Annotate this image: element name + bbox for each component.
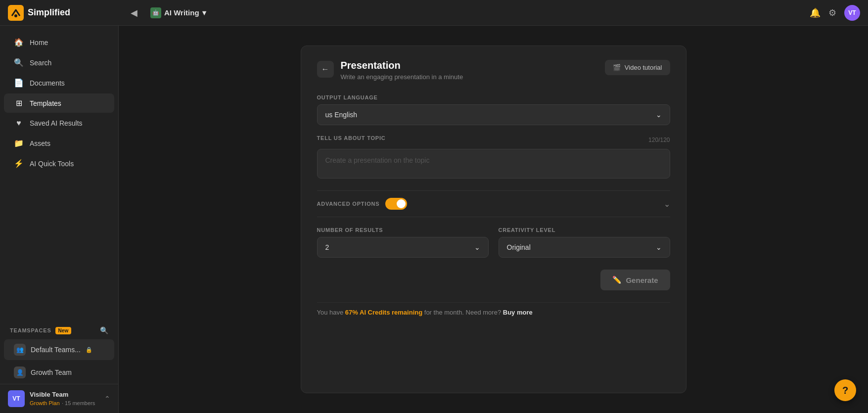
- output-language-label: OUTPUT LANGUAGE: [317, 94, 670, 100]
- help-button[interactable]: ?: [834, 379, 856, 401]
- advanced-options-fields: Number of Results 2 ⌄ Creativity Level O…: [317, 227, 670, 258]
- generate-button[interactable]: ✏️ Generate: [600, 270, 670, 290]
- card-title: Presentation: [341, 60, 605, 71]
- collapse-sidebar-button[interactable]: ◀: [127, 5, 141, 20]
- sidebar-item-assets[interactable]: 📁 Assets: [4, 134, 114, 153]
- number-of-results-value: 2: [325, 243, 329, 251]
- creativity-level-label: Creativity Level: [499, 227, 670, 233]
- back-button[interactable]: ←: [317, 61, 334, 78]
- sidebar-item-saved[interactable]: ♥ Saved AI Results: [4, 114, 114, 133]
- advanced-options-toggle[interactable]: [385, 198, 407, 210]
- sidebar-item-search[interactable]: 🔍 Search: [4, 53, 114, 72]
- topic-label: TELL US ABOUT TOPIC: [317, 135, 386, 141]
- advanced-options-chevron-icon[interactable]: ⌄: [664, 199, 670, 209]
- number-of-results-select[interactable]: 2 ⌄: [317, 237, 489, 258]
- sidebar-nav: 🏠 Home 🔍 Search 📄 Documents ⊞ Templates …: [0, 26, 118, 321]
- sidebar: 🏠 Home 🔍 Search 📄 Documents ⊞ Templates …: [0, 26, 119, 413]
- sidebar-item-home[interactable]: 🏠 Home: [4, 33, 114, 52]
- card-title-group: Presentation Write an engaging presentat…: [341, 60, 605, 81]
- number-of-results-chevron-icon: ⌄: [474, 243, 480, 251]
- team-chevron-up-icon[interactable]: ⌃: [104, 395, 110, 403]
- number-of-results-label: Number of Results: [317, 227, 489, 233]
- sidebar-item-templates-label: Templates: [30, 99, 61, 107]
- credits-before: You have: [317, 309, 345, 316]
- assets-icon: 📁: [14, 138, 24, 148]
- sidebar-bottom-team[interactable]: VT Visible Team Growth Plan · 15 members…: [0, 384, 118, 413]
- notification-icon[interactable]: 🔔: [810, 7, 821, 18]
- sidebar-item-templates[interactable]: ⊞ Templates: [4, 93, 114, 113]
- logo-text: Simplified: [28, 7, 70, 18]
- team-info: Visible Team Growth Plan · 15 members: [30, 391, 99, 407]
- topic-textarea[interactable]: [317, 149, 670, 179]
- teamspaces-header: TEAMSPACES New 🔍: [0, 321, 118, 338]
- sidebar-item-ai-quick-tools[interactable]: ⚡ AI Quick Tools: [4, 154, 114, 173]
- search-icon: 🔍: [14, 58, 24, 67]
- creativity-level-field: Creativity Level Original ⌄: [499, 227, 670, 258]
- output-language-select[interactable]: us English ⌄: [317, 104, 670, 125]
- home-icon: 🏠: [14, 38, 24, 47]
- advanced-options-row: ADVANCED OPTIONS ⌄: [317, 190, 670, 217]
- growth-team-label: Growth Team: [31, 368, 72, 376]
- ai-writing-label: AI Writing: [164, 8, 199, 17]
- creativity-level-select[interactable]: Original ⌄: [499, 237, 670, 258]
- user-avatar[interactable]: VT: [844, 5, 860, 21]
- team-members-count: 15 members: [65, 400, 95, 406]
- team-name: Visible Team: [30, 391, 99, 398]
- advanced-options-label: ADVANCED OPTIONS: [317, 201, 380, 207]
- sidebar-team-growth[interactable]: 👤 Growth Team: [4, 362, 114, 383]
- char-count: 120/120: [648, 137, 670, 143]
- svg-rect-0: [8, 5, 24, 21]
- topic-field-header: TELL US ABOUT TOPIC 120/120: [317, 135, 670, 145]
- main-content: ← Presentation Write an engaging present…: [119, 26, 868, 413]
- ai-writing-chevron-icon: ▾: [202, 8, 206, 17]
- sidebar-item-ai-quick-tools-label: AI Quick Tools: [30, 160, 74, 168]
- default-team-label: Default Teams...: [31, 346, 81, 354]
- settings-icon[interactable]: ⚙: [828, 7, 836, 18]
- card-subtitle: Write an engaging presentation in a minu…: [341, 73, 605, 81]
- sidebar-item-search-label: Search: [30, 59, 51, 67]
- output-language-chevron-icon: ⌄: [656, 111, 662, 119]
- advanced-options-left: ADVANCED OPTIONS: [317, 198, 408, 210]
- video-tutorial-button[interactable]: 🎬 Video tutorial: [605, 60, 670, 75]
- growth-team-icon: 👤: [14, 367, 26, 378]
- presentation-card: ← Presentation Write an engaging present…: [301, 46, 686, 393]
- credits-text: You have 67% AI Credits remaining for th…: [317, 302, 670, 316]
- ai-quick-tools-icon: ⚡: [14, 159, 24, 168]
- teamspaces-label: TEAMSPACES: [10, 327, 51, 333]
- video-icon: 🎬: [613, 64, 621, 71]
- topbar-center: 🤖 AI Writing ▾: [141, 4, 810, 21]
- card-header: ← Presentation Write an engaging present…: [317, 60, 670, 81]
- saved-icon: ♥: [14, 119, 24, 128]
- sidebar-item-saved-label: Saved AI Results: [30, 119, 83, 127]
- topbar-right: 🔔 ⚙ VT: [810, 5, 860, 21]
- topbar: Simplified ◀ 🤖 AI Writing ▾ 🔔 ⚙ VT: [0, 0, 868, 26]
- ai-writing-button[interactable]: 🤖 AI Writing ▾: [145, 4, 211, 21]
- sidebar-item-documents-label: Documents: [30, 79, 65, 87]
- credits-highlight: 67% AI Credits remaining: [345, 309, 422, 316]
- toggle-knob: [397, 199, 406, 208]
- team-plan-label: Growth Plan: [30, 400, 60, 406]
- teamspaces-search-icon[interactable]: 🔍: [100, 326, 108, 334]
- generate-icon: ✏️: [612, 275, 622, 284]
- logo-area: Simplified: [8, 5, 127, 21]
- creativity-level-value: Original: [507, 243, 531, 251]
- output-language-value: us English: [325, 111, 358, 119]
- buy-more-link[interactable]: Buy more: [503, 309, 533, 316]
- credits-after: for the month. Need more?: [422, 309, 501, 316]
- sidebar-team-default[interactable]: 👥 Default Teams... 🔒: [4, 339, 114, 360]
- ai-chip-icon: 🤖: [150, 7, 161, 18]
- creativity-level-chevron-icon: ⌄: [656, 243, 662, 251]
- video-tutorial-label: Video tutorial: [625, 64, 662, 71]
- templates-icon: ⊞: [14, 98, 24, 108]
- lock-icon: 🔒: [86, 347, 92, 353]
- main-layout: 🏠 Home 🔍 Search 📄 Documents ⊞ Templates …: [0, 26, 868, 413]
- team-avatar: VT: [8, 390, 25, 407]
- sidebar-item-assets-label: Assets: [30, 139, 50, 147]
- topic-field: TELL US ABOUT TOPIC 120/120: [317, 135, 670, 181]
- number-of-results-field: Number of Results 2 ⌄: [317, 227, 489, 258]
- svg-point-1: [14, 14, 17, 17]
- generate-row: ✏️ Generate: [317, 270, 670, 290]
- simplified-logo: [8, 5, 24, 21]
- sidebar-item-documents[interactable]: 📄 Documents: [4, 73, 114, 92]
- generate-label: Generate: [626, 276, 658, 284]
